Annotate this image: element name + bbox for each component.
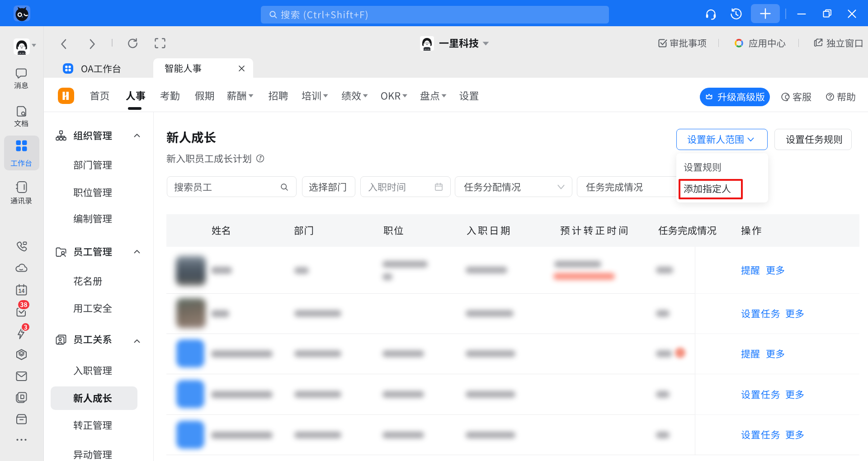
svg-text:14: 14 (19, 288, 25, 294)
